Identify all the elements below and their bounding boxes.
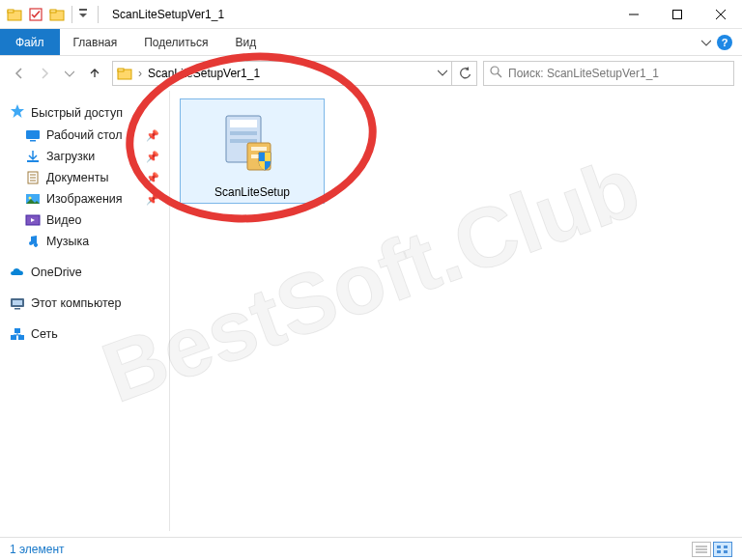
music-icon bbox=[25, 234, 41, 249]
file-tab[interactable]: Файл bbox=[0, 29, 60, 55]
search-input[interactable]: Поиск: ScanLiteSetupVer1_1 bbox=[483, 61, 734, 86]
address-bar[interactable]: › ScanLiteSetupVer1_1 bbox=[112, 61, 452, 86]
svg-rect-29 bbox=[18, 335, 24, 340]
file-label: ScanLiteSetup bbox=[214, 180, 290, 199]
tab-share[interactable]: Поделиться bbox=[130, 29, 221, 55]
sidebar-item-label: Музыка bbox=[46, 235, 89, 248]
svg-rect-14 bbox=[26, 130, 40, 139]
statusbar: 1 элемент bbox=[0, 537, 742, 560]
sidebar-item-label: Изображения bbox=[46, 192, 123, 206]
recent-dropdown-icon[interactable] bbox=[58, 62, 81, 85]
sidebar-quick-access[interactable]: Быстрый доступ bbox=[4, 100, 165, 125]
installer-icon bbox=[209, 107, 296, 180]
back-button[interactable] bbox=[8, 62, 31, 85]
svg-rect-1 bbox=[8, 10, 14, 13]
content-area[interactable]: ScanLiteSetup bbox=[169, 91, 742, 531]
this-pc-icon bbox=[10, 295, 25, 311]
sidebar-item-label: Загрузки bbox=[46, 150, 95, 163]
sidebar-item-documents[interactable]: Документы 📌 bbox=[4, 167, 165, 188]
svg-rect-28 bbox=[11, 335, 16, 340]
sidebar-item-pictures[interactable]: Изображения 📌 bbox=[4, 188, 165, 210]
svg-rect-16 bbox=[27, 160, 39, 162]
svg-rect-5 bbox=[79, 9, 87, 11]
up-button[interactable] bbox=[83, 62, 106, 85]
separator bbox=[98, 6, 99, 23]
pin-icon: 📌 bbox=[146, 151, 159, 163]
svg-rect-36 bbox=[230, 139, 257, 143]
svg-rect-46 bbox=[724, 550, 728, 553]
maximize-button[interactable] bbox=[655, 0, 699, 29]
minimize-button[interactable] bbox=[612, 0, 655, 29]
chevron-right-icon[interactable]: › bbox=[138, 67, 142, 80]
sidebar-item-label: Быстрый доступ bbox=[31, 106, 123, 120]
svg-line-13 bbox=[498, 73, 501, 77]
sidebar-item-videos[interactable]: Видео bbox=[4, 210, 165, 231]
separator bbox=[71, 6, 72, 23]
tab-view[interactable]: Вид bbox=[221, 29, 270, 55]
network-icon bbox=[10, 326, 25, 342]
sidebar: Быстрый доступ Рабочий стол 📌 Загрузки 📌… bbox=[0, 91, 169, 531]
sidebar-item-downloads[interactable]: Загрузки 📌 bbox=[4, 146, 165, 167]
svg-rect-15 bbox=[30, 140, 36, 142]
sidebar-item-music[interactable]: Музыка bbox=[4, 231, 165, 252]
svg-rect-34 bbox=[230, 120, 257, 127]
svg-rect-30 bbox=[14, 328, 20, 333]
search-placeholder: Поиск: ScanLiteSetupVer1_1 bbox=[508, 67, 659, 80]
address-dropdown-icon[interactable] bbox=[438, 67, 447, 80]
qat-properties-icon[interactable] bbox=[27, 6, 44, 23]
sidebar-item-label: Видео bbox=[46, 213, 82, 227]
pictures-icon bbox=[25, 191, 41, 207]
sidebar-item-label: Этот компьютер bbox=[31, 296, 121, 310]
svg-rect-45 bbox=[717, 550, 721, 553]
svg-rect-4 bbox=[50, 10, 56, 13]
help-icon[interactable]: ? bbox=[717, 35, 732, 50]
svg-rect-11 bbox=[118, 69, 124, 71]
close-button[interactable] bbox=[699, 0, 742, 29]
search-icon bbox=[490, 66, 502, 81]
forward-button[interactable] bbox=[33, 62, 56, 85]
desktop-icon bbox=[25, 127, 41, 143]
sidebar-network[interactable]: Сеть bbox=[4, 323, 165, 345]
downloads-icon bbox=[25, 149, 41, 164]
ribbon: Файл Главная Поделиться Вид ? bbox=[0, 29, 742, 56]
view-details-button[interactable] bbox=[692, 542, 711, 557]
folder-icon bbox=[6, 6, 23, 23]
svg-rect-44 bbox=[724, 546, 728, 548]
svg-rect-35 bbox=[230, 131, 257, 135]
svg-point-12 bbox=[491, 67, 499, 74]
qat-dropdown-icon[interactable] bbox=[78, 8, 92, 21]
svg-rect-26 bbox=[13, 300, 22, 305]
titlebar: ScanLiteSetupVer1_1 bbox=[0, 0, 742, 29]
status-item-count: 1 элемент bbox=[10, 543, 65, 556]
svg-rect-27 bbox=[14, 308, 20, 310]
refresh-button[interactable] bbox=[452, 61, 477, 86]
window-title: ScanLiteSetupVer1_1 bbox=[106, 8, 224, 21]
folder-icon bbox=[117, 66, 132, 81]
sidebar-item-label: OneDrive bbox=[31, 266, 82, 279]
sidebar-item-label: Рабочий стол bbox=[46, 128, 122, 142]
sidebar-item-label: Документы bbox=[46, 171, 108, 184]
sidebar-onedrive[interactable]: OneDrive bbox=[4, 262, 165, 283]
expand-ribbon-icon[interactable] bbox=[701, 34, 711, 51]
documents-icon bbox=[25, 170, 41, 185]
pin-icon: 📌 bbox=[146, 193, 159, 206]
navbar: › ScanLiteSetupVer1_1 Поиск: ScanLiteSet… bbox=[0, 56, 742, 91]
svg-rect-43 bbox=[717, 546, 721, 548]
sidebar-item-label: Сеть bbox=[31, 327, 58, 341]
pin-icon: 📌 bbox=[146, 129, 159, 142]
onedrive-icon bbox=[10, 265, 25, 280]
sidebar-this-pc[interactable]: Этот компьютер bbox=[4, 293, 165, 314]
svg-rect-38 bbox=[251, 147, 267, 151]
svg-rect-7 bbox=[672, 10, 681, 18]
videos-icon bbox=[25, 212, 41, 228]
breadcrumb-current[interactable]: ScanLiteSetupVer1_1 bbox=[148, 67, 260, 80]
sidebar-item-desktop[interactable]: Рабочий стол 📌 bbox=[4, 125, 165, 146]
star-icon bbox=[10, 103, 25, 122]
file-item-scanlitesetup[interactable]: ScanLiteSetup bbox=[180, 98, 325, 204]
tab-home[interactable]: Главная bbox=[60, 29, 131, 55]
folder-small-icon bbox=[48, 6, 66, 23]
view-icons-button[interactable] bbox=[713, 542, 732, 557]
pin-icon: 📌 bbox=[146, 172, 159, 184]
